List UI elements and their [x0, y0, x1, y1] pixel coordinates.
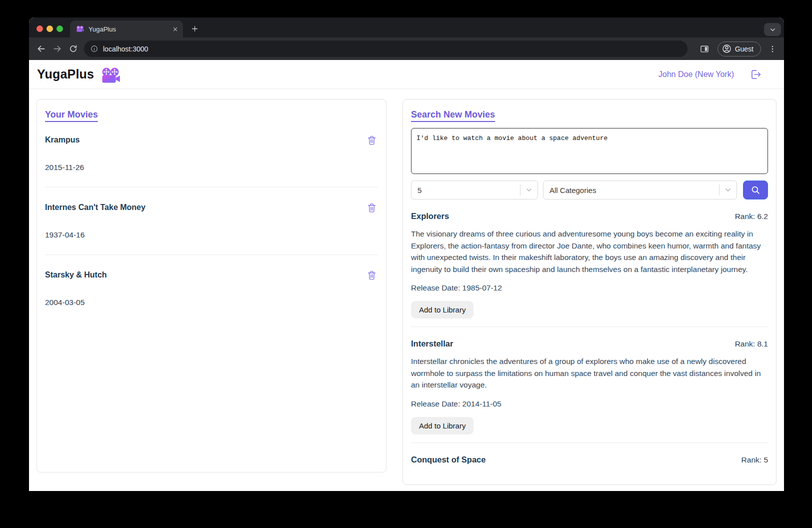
- search-icon: [750, 184, 761, 196]
- guest-avatar-icon: [722, 44, 732, 54]
- browser-window: YugaPlus: [29, 18, 784, 491]
- delete-movie-trash-icon[interactable]: [365, 268, 378, 282]
- add-to-library-button[interactable]: Add to Library: [411, 301, 474, 318]
- movie-title: Starsky & Hutch: [45, 270, 107, 280]
- browser-menu-icon[interactable]: [766, 42, 779, 56]
- app-logo-text: YugaPlus: [37, 67, 94, 82]
- result-rank: Rank: 8.1: [735, 340, 768, 348]
- browser-tab[interactable]: YugaPlus: [70, 20, 183, 38]
- search-result: Conquest of Space Rank: 5: [411, 442, 768, 472]
- library-movie-row: Krampus 2015-11: [45, 120, 378, 188]
- tab-close-icon[interactable]: [172, 26, 179, 33]
- library-panel-title: Your Movies: [45, 110, 98, 120]
- result-description: The visionary dreams of three curious an…: [411, 228, 768, 275]
- result-title: Interstellar: [411, 339, 453, 348]
- search-result: Explorers Rank: 6.2 The visionary dreams…: [411, 200, 768, 326]
- chevron-down-icon: [520, 186, 538, 194]
- close-window-button[interactable]: [36, 26, 43, 32]
- search-button[interactable]: [743, 180, 768, 200]
- movie-release-date: 2004-03-05: [45, 298, 378, 307]
- address-bar[interactable]: localhost:3000: [84, 40, 688, 57]
- browser-profile-button[interactable]: Guest: [718, 42, 761, 56]
- delete-movie-trash-icon[interactable]: [365, 201, 378, 214]
- user-profile-link[interactable]: John Doe (New York): [658, 70, 734, 79]
- window-controls: [36, 26, 63, 32]
- movie-release-date: 2015-11-26: [45, 163, 378, 172]
- reload-icon[interactable]: [65, 41, 81, 57]
- library-movie-list: Krampus 2015-11: [45, 120, 378, 322]
- movie-title: Krampus: [45, 136, 80, 144]
- tab-search-chevron-icon[interactable]: [764, 23, 781, 36]
- zoom-window-button[interactable]: [56, 26, 63, 32]
- library-movie-row: Starsky & Hutch: [45, 255, 378, 322]
- category-value: All Categories: [550, 186, 596, 194]
- search-panel: Search New Movies I'd like to watch a mo…: [402, 99, 776, 485]
- new-tab-button[interactable]: [188, 22, 201, 35]
- app-header: YugaPlus John Doe (New York): [29, 60, 784, 89]
- main-content: Your Movies Krampus: [29, 89, 784, 491]
- library-movie-row: Internes Can't Take Money: [45, 188, 378, 255]
- side-panel-icon[interactable]: [696, 41, 712, 57]
- movie-release-date: 1937-04-16: [45, 230, 378, 240]
- tab-title: YugaPlus: [88, 26, 172, 33]
- result-limit-value: 5: [418, 186, 422, 194]
- search-result: Interstellar Rank: 8.1 Interstellar chro…: [411, 326, 768, 442]
- result-limit-select[interactable]: 5: [411, 180, 538, 200]
- movie-camera-icon: [100, 68, 120, 84]
- search-panel-title: Search New Movies: [411, 110, 495, 120]
- tab-strip: YugaPlus: [29, 18, 784, 38]
- search-query-input[interactable]: I'd like to watch a movie about a space …: [411, 128, 768, 174]
- add-to-library-button[interactable]: Add to Library: [411, 417, 474, 434]
- result-description: Interstellar chronicles the adventures o…: [411, 356, 768, 391]
- search-controls: 5 All Categories: [411, 180, 768, 200]
- result-title: Explorers: [411, 212, 449, 221]
- result-release-date: Release Date: 2014-11-05: [411, 400, 768, 408]
- guest-label: Guest: [735, 45, 754, 53]
- site-info-icon[interactable]: [90, 44, 98, 53]
- result-rank: Rank: 6.2: [735, 212, 768, 221]
- result-title: Conquest of Space: [411, 455, 486, 464]
- delete-movie-trash-icon[interactable]: [365, 134, 378, 146]
- back-icon[interactable]: [33, 41, 49, 57]
- category-select[interactable]: All Categories: [543, 180, 737, 200]
- library-panel: Your Movies Krampus: [36, 99, 386, 472]
- tab-favicon-movie-camera-icon: [76, 26, 84, 32]
- logout-icon[interactable]: [749, 68, 762, 81]
- minimize-window-button[interactable]: [46, 26, 53, 32]
- result-rank: Rank: 5: [742, 456, 768, 464]
- forward-icon[interactable]: [49, 41, 65, 57]
- result-release-date: Release Date: 1985-07-12: [411, 284, 768, 292]
- app-page: YugaPlus John Doe (New York): [29, 60, 784, 491]
- browser-toolbar: localhost:3000 Guest: [29, 38, 784, 60]
- url-text: localhost:3000: [103, 45, 148, 53]
- search-results-list: Explorers Rank: 6.2 The visionary dreams…: [411, 200, 768, 472]
- chevron-down-icon: [720, 186, 736, 194]
- movie-title: Internes Can't Take Money: [45, 203, 146, 212]
